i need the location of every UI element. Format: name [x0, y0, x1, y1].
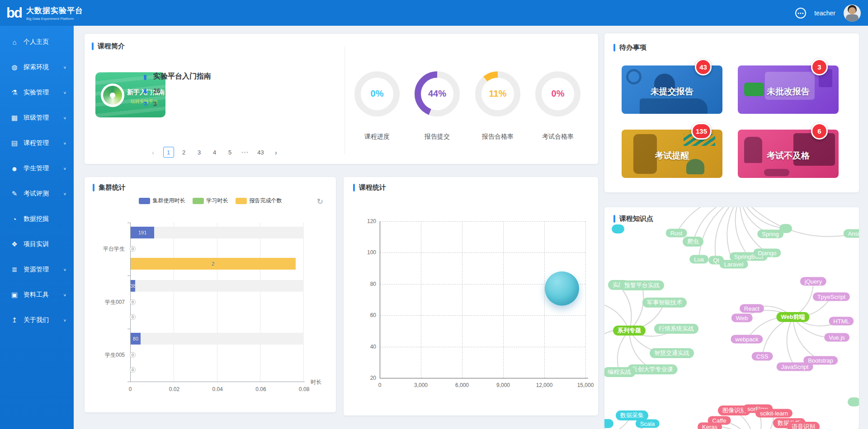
- page-prev-button[interactable]: ‹: [148, 147, 159, 158]
- sidebar-item-resource[interactable]: ≣资源管理∨: [0, 257, 74, 282]
- sidebar-item-explore[interactable]: ◍探索环境∨: [0, 55, 74, 80]
- course-bubble-chart: 2040608010012003,0006,0009,00012,00015,0…: [344, 177, 598, 415]
- knowledge-node-partial[interactable]: [604, 419, 613, 428]
- chevron-down-icon: ∨: [63, 141, 66, 145]
- brand-logo[interactable]: bd 大数据实验平台 Big Data Experiment Platform: [0, 5, 83, 21]
- todo-card-未提交报告[interactable]: 未提交报告43: [622, 65, 722, 114]
- about-icon: ↥: [10, 316, 19, 324]
- sidebar-item-experiment[interactable]: ⚗实验管理∨: [0, 80, 74, 105]
- mining-icon: ◔: [10, 215, 19, 223]
- knowledge-node-Lua[interactable]: Lua: [689, 255, 708, 264]
- knowledge-node-智慧交通实战[interactable]: 智慧交通实战: [650, 348, 694, 358]
- sidebar-item-project[interactable]: ❖项目实训: [0, 232, 74, 257]
- bar-报告完成个数: 2: [131, 258, 296, 270]
- user-avatar[interactable]: [844, 5, 861, 22]
- chevron-down-icon: ∨: [63, 116, 66, 120]
- class-icon: ▦: [10, 114, 19, 122]
- knowledge-node-TpyeScript[interactable]: TpyeScript: [813, 293, 850, 301]
- todo-card-label: 未批改报告: [738, 86, 839, 98]
- knowledge-node-爬虫[interactable]: 爬虫: [683, 237, 703, 247]
- knowledge-node-Laravel[interactable]: Laravel: [720, 260, 748, 269]
- chevron-down-icon: ∨: [63, 91, 66, 95]
- cluster-stats-card: 集群统计 集群使用时长学习时长报告完成个数 ↻ 00.020.040.060.0…: [85, 177, 336, 412]
- knowledge-node-jQuery[interactable]: jQuery: [800, 277, 826, 286]
- sidebar-item-home[interactable]: ⌂个人主页: [0, 29, 74, 55]
- y-tick-label: 100: [360, 249, 376, 256]
- sidebar-item-class[interactable]: ▦班级管理∨: [0, 105, 74, 131]
- knowledge-node-webpack[interactable]: webpack: [731, 335, 763, 344]
- sidebar-item-label: 班级管理: [24, 114, 49, 122]
- sidebar-item-course[interactable]: ▤课程管理∨: [0, 131, 74, 156]
- donut-percent: 0%: [354, 89, 401, 99]
- username-label[interactable]: teacher: [814, 9, 835, 17]
- knowledge-node-partial[interactable]: [779, 224, 792, 233]
- knowledge-node-JavaScript[interactable]: JavaScript: [777, 363, 813, 371]
- knowledge-node-Web[interactable]: Web: [731, 314, 753, 322]
- knowledge-node-编程实战[interactable]: 编程实战: [604, 367, 636, 377]
- knowledge-node-Scala[interactable]: Scala: [636, 420, 660, 428]
- page-next-button[interactable]: ›: [271, 147, 282, 158]
- sidebar-item-exam[interactable]: ✎考试评测∨: [0, 181, 74, 206]
- progress-donuts: 0%课程进度44%报告提交11%报告合格率0%考试合格率: [344, 34, 598, 164]
- course-title[interactable]: 实验平台入门指南: [153, 72, 211, 81]
- todo-card-考试不及格[interactable]: 考试不及格6: [738, 130, 839, 178]
- zero-value-label: 0: [130, 299, 136, 305]
- knowledge-node-Keras[interactable]: Keras: [698, 423, 722, 429]
- knowledge-node-scikit-learn[interactable]: scikit-learn: [755, 409, 793, 418]
- title-accent-bar: [92, 42, 94, 50]
- platform-title: 大数据实验平台: [26, 5, 83, 16]
- course-icon: ▤: [10, 139, 19, 147]
- todo-title: 待办事项: [619, 43, 646, 52]
- sidebar-nav: ⌂个人主页◍探索环境∨⚗实验管理∨▦班级管理∨▤课程管理∨☻学生管理∨✎考试评测…: [0, 26, 74, 429]
- knowledge-node-Spring[interactable]: Spring: [757, 230, 783, 238]
- sidebar-item-mining[interactable]: ◔数据挖掘: [0, 206, 74, 232]
- title-accent-bar: [613, 44, 615, 51]
- knowledge-node-Ansible[interactable]: Ansible: [844, 229, 859, 238]
- knowledge-node-Django[interactable]: Django: [753, 249, 781, 257]
- x-tick-label: 0: [369, 382, 391, 388]
- page-button-43[interactable]: 43: [255, 147, 266, 158]
- knowledge-node-partial[interactable]: [612, 224, 624, 233]
- donut-课程进度: 0%课程进度: [354, 70, 401, 119]
- todo-badge: 43: [695, 59, 712, 75]
- knowledge-node-React[interactable]: React: [740, 304, 764, 313]
- sidebar-item-tools[interactable]: ▣资料工具∨: [0, 282, 74, 308]
- knowledge-node-partial[interactable]: [848, 397, 859, 406]
- data-bubble[interactable]: [545, 271, 579, 306]
- page-button-1[interactable]: 1: [163, 147, 174, 158]
- x-tick-label: 0.02: [169, 386, 178, 392]
- donut-label: 报告提交: [405, 133, 470, 141]
- cover-swirl-icon: [103, 86, 122, 105]
- home-icon: ⌂: [10, 38, 19, 46]
- knowledge-node-Rust[interactable]: Rust: [666, 229, 687, 238]
- knowledge-node-军事智能技术[interactable]: 军事智能技术: [642, 298, 687, 308]
- knowledge-node-行情系统实战[interactable]: 行情系统实战: [654, 324, 698, 334]
- sidebar-item-student[interactable]: ☻学生管理∨: [0, 156, 74, 181]
- page-button-5[interactable]: 5: [225, 147, 236, 158]
- project-icon: ❖: [10, 240, 19, 248]
- y-tick-label: 40: [360, 344, 376, 350]
- page-button-2[interactable]: 2: [179, 147, 189, 158]
- course-card-title: 课程简介: [98, 42, 125, 51]
- knowledge-node-语音识别[interactable]: 语音识别: [787, 422, 820, 429]
- todo-card-未批改报告[interactable]: 未批改报告3: [738, 65, 839, 114]
- resource-icon: ≣: [10, 266, 19, 274]
- category-label: 学生005: [94, 351, 125, 359]
- page-button-4[interactable]: 4: [209, 147, 220, 158]
- sidebar-item-about[interactable]: ↥关于我们∨: [0, 308, 74, 333]
- knowledge-node-系列专题[interactable]: 系列专题: [613, 326, 646, 336]
- knowledge-node-CSS[interactable]: CSS: [752, 352, 773, 361]
- knowledge-node-HTML[interactable]: HTML: [829, 317, 854, 326]
- message-icon[interactable]: •••: [795, 8, 806, 19]
- student-count-icon: ♟: [142, 87, 149, 94]
- todo-card-label: 考试不及格: [738, 150, 839, 162]
- knowledge-node-Web前端[interactable]: Web前端: [776, 312, 809, 322]
- todo-card-考试提醒[interactable]: 考试提醒135: [622, 130, 722, 178]
- donut-报告提交: 44%报告提交: [414, 70, 461, 119]
- sidebar-item-label: 资源管理: [24, 266, 49, 274]
- knowledge-node-预警平台实战[interactable]: 预警平台实战: [620, 280, 664, 290]
- page-ellipsis[interactable]: •••: [240, 147, 251, 158]
- title-accent-bar: [613, 215, 615, 223]
- knowledge-node-Vue.js[interactable]: Vue.js: [824, 333, 849, 342]
- page-button-3[interactable]: 3: [194, 147, 205, 158]
